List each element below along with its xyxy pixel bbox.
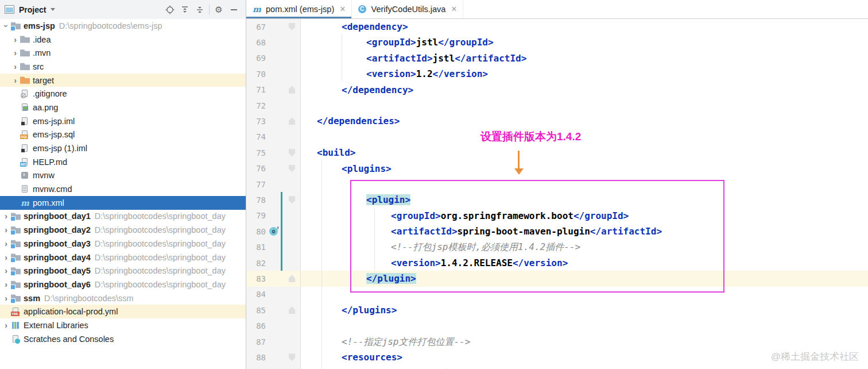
code-tag: </plugins> [342,305,397,316]
tree-item-springboot_day1[interactable]: ›springboot_day1D:\springbootcodes\sprin… [0,210,246,224]
code-tag: </version> [433,68,488,79]
gutter-line-81: 81 [246,239,300,255]
collapse-all-icon[interactable] [192,3,207,16]
hide-panel-icon[interactable] [226,3,241,16]
tree-item-aa.png[interactable]: aa.png [0,101,246,114]
tree-item-path: D:\springbootcodes\springboot_day [95,212,226,221]
project-panel-title[interactable]: Project [19,5,46,14]
tree-item-External Libraries[interactable]: ›External Libraries [0,318,246,332]
tree-item-label: ems-jsp.iml [33,117,75,126]
code-line-71[interactable]: </dependency> [301,82,868,98]
tree-item-springboot_day5[interactable]: ›springboot_day5D:\springbootcodes\sprin… [0,264,246,278]
tree-item-springboot_day4[interactable]: ›springboot_day4D:\springbootcodes\sprin… [0,251,246,264]
tree-item-.mvn[interactable]: ›.mvn [0,46,246,60]
chevron-right-icon[interactable]: › [1,212,11,221]
chevron-right-icon[interactable]: › [10,48,20,57]
tree-item-.gitignore[interactable]: .gitignore [0,87,246,101]
fold-collapse-icon[interactable] [289,275,295,282]
code-line-89[interactable]: <!--打包时将jsp文件扫描到 目录下--> [301,366,868,369]
code-line-85[interactable]: </plugins> [301,302,868,318]
fold-expanded-icon[interactable] [289,165,295,172]
tree-item-label: ems-jsp.sql [33,130,75,139]
tree-item-mvnw.cmd[interactable]: mvnw.cmd [0,182,246,196]
tree-item-label: springboot_day2 [24,225,91,235]
editor-code[interactable]: 设置插件版本为1.4.2 <dependency><groupId>jstl</… [301,19,868,369]
fold-collapse-icon[interactable] [289,306,295,314]
chevron-right-icon[interactable]: › [1,239,11,248]
chevron-right-icon[interactable]: › [1,266,11,275]
tree-item-label: .gitignore [33,89,67,98]
tree-item-ems-jsp.iml[interactable]: ems-jsp.iml [0,114,246,128]
chevron-right-icon[interactable]: › [1,294,11,303]
code-line-76[interactable]: <plugins> [301,161,868,176]
fold-expanded-icon[interactable] [289,353,295,361]
chevron-down-icon[interactable] [51,8,55,11]
code-line-75[interactable]: <build> [301,145,868,160]
tree-item-label: aa.png [33,103,58,112]
code-line-86[interactable] [301,318,868,333]
tree-item-springboot_day6[interactable]: ›springboot_day6D:\springbootcodes\sprin… [0,278,246,291]
close-icon[interactable]: × [340,5,345,14]
tree-item-label: ems-jsp (1).iml [33,144,87,153]
tree-item-label: .idea [33,35,51,44]
file-ignored-icon [20,89,30,98]
code-line-69[interactable]: <artifactId>jstl</artifactId> [301,51,868,66]
chevron-right-icon[interactable]: › [1,321,11,330]
fold-collapse-icon[interactable] [289,86,295,94]
code-line-72[interactable] [301,98,868,113]
chevron-right-icon[interactable]: › [1,280,11,289]
code-line-68[interactable]: <groupId>jstl</groupId> [301,34,868,50]
gutter-line-88: 88 [246,349,300,365]
tree-item-ems-jsp[interactable]: ›ems-jspD:\springbootcodes\ems-jsp [0,19,246,33]
project-folder-icon [11,294,21,303]
tree-item-label: HELP.md [33,157,67,167]
chevron-right-icon[interactable]: › [10,76,20,85]
chevron-right-icon[interactable]: › [10,62,20,71]
fold-expanded-icon[interactable] [289,196,295,203]
fold-collapse-icon[interactable] [289,117,295,125]
gutter-line-80: 80o [246,224,300,239]
tree-item-HELP.md[interactable]: HELP.md [0,155,246,169]
chevron-right-icon[interactable]: › [1,253,11,262]
code-tag: <resources> [342,352,402,363]
tree-item-.idea[interactable]: ›.idea [0,33,246,47]
tree-item-springboot_day2[interactable]: ›springboot_day2D:\springbootcodes\sprin… [0,223,246,237]
tree-item-mvnw[interactable]: mvnw [0,169,246,183]
tree-item-label: External Libraries [24,321,88,330]
override-marker-icon[interactable]: o [269,227,278,236]
line-number: 78 [246,195,266,205]
chevron-right-icon[interactable]: › [10,35,20,44]
code-line-87[interactable]: <!--指定jsp文件打包位置--> [301,334,868,349]
locate-icon[interactable] [162,3,177,16]
tree-item-target[interactable]: ›target [0,74,246,87]
tree-item-label: src [33,62,44,71]
tree-item-src[interactable]: ›src [0,60,246,74]
tree-item-label: pom.xml [33,198,64,207]
tab-pom.xml (ems-jsp)[interactable]: mpom.xml (ems-jsp)× [246,0,352,18]
editor-tabs: mpom.xml (ems-jsp)×VerifyCodeUtils.java× [246,0,868,19]
expand-all-icon[interactable] [177,3,192,16]
code-line-73[interactable]: </dependencies> [301,113,868,129]
tree-item-pom.xml[interactable]: mpom.xml [0,196,246,210]
code-line-74[interactable] [301,129,868,145]
tree-item-springboot_day3[interactable]: ›springboot_day3D:\springbootcodes\sprin… [0,237,246,251]
settings-gear-icon[interactable]: ⚙ [211,3,226,16]
code-line-67[interactable]: <dependency> [301,19,868,34]
chevron-down-icon[interactable]: › [2,21,11,30]
line-number: 71 [246,85,266,94]
chevron-right-icon[interactable]: › [1,225,11,235]
code-line-70[interactable]: <version>1.2</version> [301,66,868,82]
project-folder-icon [11,239,21,248]
editor-body: 6768697071727374757677787980o81828384858… [246,19,868,369]
tree-item-application-local-prod.yml[interactable]: application-local-prod.yml [0,305,246,318]
tree-item-ems-jsp (1).iml[interactable]: ems-jsp (1).iml [0,141,246,155]
fold-expanded-icon[interactable] [289,149,295,156]
tree-item-label: springboot_day3 [24,239,91,248]
tree-item-ems-jsp.sql[interactable]: ems-jsp.sql [0,128,246,142]
tab-VerifyCodeUtils.java[interactable]: VerifyCodeUtils.java× [352,0,463,18]
tree-item-Scratches and Consoles[interactable]: Scratches and Consoles [0,332,246,346]
fold-expanded-icon[interactable] [289,23,295,30]
project-panel: Project ⚙ [0,0,246,369]
tree-item-ssm[interactable]: ›ssmD:\springbootcodes\ssm [0,291,246,305]
close-icon[interactable]: × [451,5,456,14]
